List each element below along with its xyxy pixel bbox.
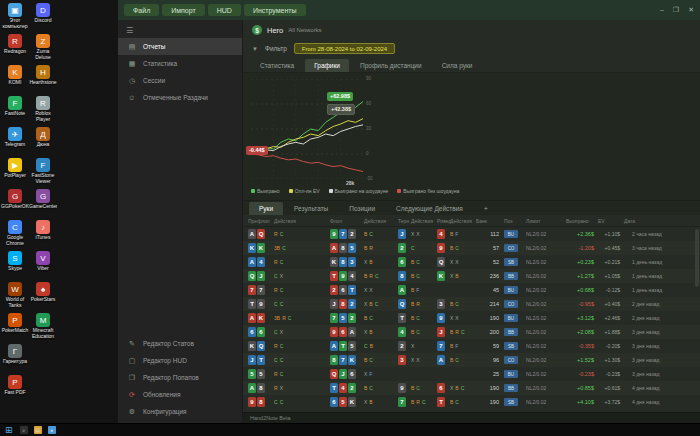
card: 9 [398,383,406,393]
position-badge: BU [504,314,518,322]
table-scrollbar[interactable] [695,229,699,287]
desktop-icon-label: Roblox Player [29,111,57,123]
tab-positions[interactable]: Позиции [339,202,385,215]
table-row[interactable]: AQRC972BCJXX4BF112BUNL2/0.02+2.36$+1.10$… [243,227,700,241]
tab-statistics[interactable]: Статистика [251,59,303,72]
menu-hud[interactable]: HUD [208,4,241,16]
sidebar-item-configuration[interactable]: ⚙Конфигурация [118,403,242,420]
sidebar-item-updates[interactable]: ⟳Обновления [118,386,242,403]
start-button[interactable]: ⊞ [5,426,13,435]
sidebar-item-statistics[interactable]: ▦Статистика [118,55,242,72]
table-row[interactable]: T9CCJ82XBCQBR3BC214CONL2/0.02-0.95$+0.40… [243,297,700,311]
browser-icon[interactable]: ● [48,426,56,434]
card: K [437,271,445,281]
desktop-icon[interactable]: FFastStone Viewer [29,156,57,187]
app-icon: Д [36,127,50,141]
desktop-icon[interactable]: GGGPokerOK [1,187,29,218]
card: 9 [437,243,445,253]
desktop-icon[interactable]: PFast PDF [1,373,29,404]
card: 2 [330,285,338,295]
hand-date: 1 день назад [624,259,700,265]
action: R [369,245,373,251]
hand-date: 1 день назад [624,273,700,279]
desktop-icon[interactable]: ГГарнитура [1,342,29,373]
sidebar-item-stats-editor[interactable]: ✎Редактор Статов [118,335,242,352]
tab-results[interactable]: Результаты [284,202,338,215]
table-row[interactable]: KK3BCA85BR2C9BC57CONL2/0.02-1.20$+0.45$3… [243,241,700,255]
desktop-icon[interactable]: VViber [29,249,57,280]
tab-graphs[interactable]: Графики [305,59,349,72]
stakes-label: NL2/0.02 [526,343,566,349]
desktop-icon[interactable]: DDiscord [29,1,57,32]
table-row[interactable]: 66CX96AXB4BCJBRC200BBNL2/0.02+2.08$+1.88… [243,325,700,339]
desktop-icon[interactable]: CGoogle Chrome [1,218,29,249]
action: F [455,343,458,349]
sidebar-item-reports[interactable]: ▤Отчеты [118,38,242,55]
desktop-icon[interactable]: ♪iTunes [29,218,57,249]
desktop-icon[interactable]: FFastNote [1,94,29,125]
date-range-button[interactable]: From 28-08-2024 to 02-09-2024 [294,43,395,54]
desktop-icon[interactable]: ▣Этот компьютер [1,1,29,32]
tab-distance-profile[interactable]: Профиль дистанции [351,59,431,72]
desktop-icon[interactable]: HHearthstone [29,63,57,94]
desktop-icon[interactable]: RRoblox Player [29,94,57,125]
sidebar-item-sessions[interactable]: ◷Сессии [118,72,242,89]
sidebar-item-marked-hands[interactable]: ✩Отмеченные Раздачи [118,89,242,106]
desktop-icon[interactable]: GGameCenter [29,187,57,218]
cards-cell: 4 [437,229,450,239]
tab-add[interactable]: + [474,202,498,215]
desktop-icon[interactable]: ✈Telegram [1,125,29,156]
table-row[interactable]: AK3BRC752BCTBC9XX190BUNL2/0.02+3.12$+2.4… [243,311,700,325]
desktop-icon[interactable]: KKOMI [1,63,29,94]
table-row[interactable]: 77RC26TXXABF45BUNL2/0.02+0.68$-0.12$1 де… [243,283,700,297]
table-row[interactable]: 55RCQJ6XF25BUNL2/0.02-0.23$-0.23$3 дня н… [243,367,700,381]
card: 9 [339,271,347,281]
table-row[interactable]: JTCC87KBC3XXABC96CONL2/0.02+1.52$+1.30$3… [243,353,700,367]
table-row[interactable]: A4RCK83XB6BCQXX52SBNL2/0.02+0.23$+0.21$1… [243,255,700,269]
menu-tools[interactable]: Инструменты [244,4,306,16]
desktop-icon[interactable]: ZZuma Deluxe [29,32,57,63]
player-name[interactable]: Hero [267,26,283,35]
minimize-button[interactable]: – [660,6,664,14]
table-row[interactable]: QJCXT94BRC8BCKXB236BBNL2/0.02+1.27$+1.05… [243,269,700,283]
search-icon[interactable]: ⌕ [20,426,28,434]
table-row[interactable]: A8RXT42BC9BC6XBC190BBNL2/0.02+0.85$+0.61… [243,381,700,395]
card: A [437,355,445,365]
cards-cell: 2 [398,341,411,351]
card: 9 [257,299,265,309]
sidebar-item-hud-editor[interactable]: ▢Редактор HUD [118,352,242,369]
actions-cell: BC [450,399,476,405]
cards-cell: A4 [248,257,274,267]
hamburger-icon[interactable]: ☰ [126,26,133,35]
column-header: Банк [476,218,504,224]
card: 8 [398,271,406,281]
table-row[interactable]: 98CC65KXB7BRCTBC190SBNL2/0.02+4.10$+3.72… [243,395,700,409]
cards-cell: QJ6 [330,369,364,379]
close-button[interactable]: ✕ [688,6,694,14]
filter-button[interactable]: Фильтр [265,45,287,52]
card: A [398,285,406,295]
tab-hands[interactable]: Руки [249,202,283,215]
desktop-icon[interactable]: ДДюна [29,125,57,156]
tab-hand-strength[interactable]: Сила руки [433,59,482,72]
desktop-icon[interactable]: ♠PokerStars [29,280,57,311]
actions-cell: XB [450,273,476,279]
desktop-icon[interactable]: MMinecraft Education [29,311,57,342]
table-row[interactable]: KQRCAT5CB2X7BF59SBNL2/0.02-0.35$-0.20$3 … [243,339,700,353]
menu-file[interactable]: Файл [124,4,159,16]
card: 8 [339,243,347,253]
desktop-icon[interactable]: ▶PotPlayer [1,156,29,187]
menu-import[interactable]: Импорт [162,4,204,16]
desktop-icon[interactable]: PPokerMatch [1,311,29,342]
maximize-button[interactable]: ❐ [673,6,679,14]
card: 8 [339,257,347,267]
tab-next-actions[interactable]: Следующие Действия [386,202,473,215]
explorer-icon[interactable]: ▤ [34,426,42,434]
desktop-icon[interactable]: SSkype [1,249,29,280]
ev-amount: +1.05$ [598,273,624,279]
cards-cell: JT [248,355,274,365]
desktop-icon[interactable]: RRedragon [1,32,29,63]
sidebar-item-popup-editor[interactable]: ❐Редактор Попапов [118,369,242,386]
actions-cell: RC [274,259,330,265]
desktop-icon[interactable]: WWorld of Tanks [1,280,29,311]
